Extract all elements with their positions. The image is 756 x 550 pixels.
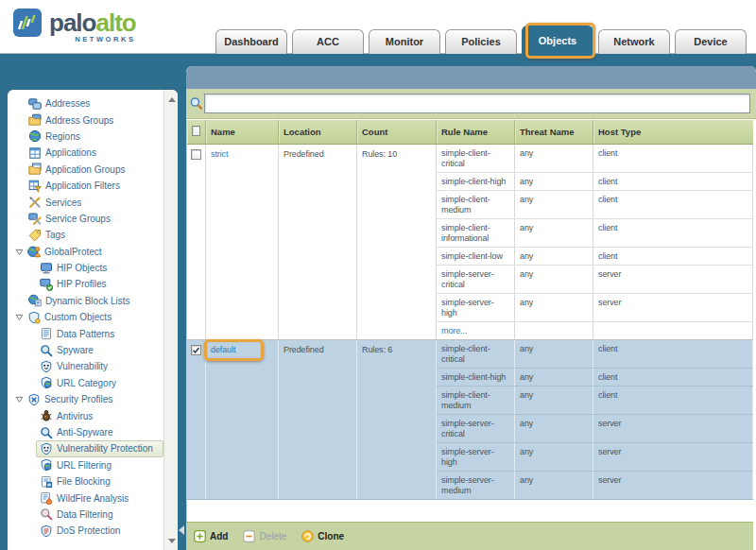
sidebar-item-application-groups[interactable]: Application Groups	[8, 162, 163, 178]
rule-row: simple-client-lowanyclient	[437, 248, 753, 266]
rule-name-cell: simple-server-critical	[437, 415, 515, 442]
sidebar-item-globalprotect[interactable]: GlobalProtect	[8, 244, 163, 260]
sidebar-item-dynamic-block-lists[interactable]: Dynamic Block Lists	[8, 293, 163, 309]
sidebar-collapse-arrow-icon[interactable]	[179, 525, 184, 535]
profile-name-link[interactable]: default	[211, 345, 235, 354]
sidebar-item-hip-profiles[interactable]: HIP Profiles	[8, 276, 163, 292]
application-groups-icon	[28, 163, 42, 176]
profile-name-link[interactable]: strict	[211, 149, 228, 159]
sidebar-item-vulnerability[interactable]: Vulnerability	[8, 358, 163, 374]
scroll-down-arrow-icon[interactable]	[164, 533, 178, 548]
delete-button[interactable]: Delete	[243, 530, 286, 542]
addresses-icon	[28, 97, 42, 111]
rule-row: simple-server-highanyserver	[437, 294, 753, 322]
sidebar-item-label: Tags	[45, 230, 65, 240]
scroll-up-arrow-icon[interactable]	[164, 92, 178, 107]
row-checkbox[interactable]	[191, 149, 201, 160]
table-header-row: Name Location Count Rule Name Threat Nam…	[187, 120, 753, 145]
hip-profiles-icon	[40, 278, 53, 291]
tab-device[interactable]: Device	[675, 29, 747, 54]
data-patterns-icon	[40, 327, 53, 340]
sidebar-item-security-profiles[interactable]: Security Profiles	[8, 391, 163, 407]
services-icon	[28, 196, 42, 209]
url-filtering-icon	[40, 458, 53, 472]
sidebar-item-hip-objects[interactable]: HIP Objects	[8, 260, 163, 276]
tab-network[interactable]: Network	[598, 29, 670, 54]
sidebar-item-file-blocking[interactable]: File Blocking	[8, 473, 163, 490]
sidebar-item-label: Dynamic Block Lists	[45, 296, 129, 306]
custom-objects-icon	[27, 311, 41, 324]
host-type-cell: client	[593, 340, 753, 368]
threat-name-cell: any	[515, 266, 593, 293]
host-type-cell: client	[593, 248, 753, 265]
sidebar-item-dos-protection[interactable]: DoS Protection	[8, 523, 163, 539]
globalprotect-icon	[27, 245, 41, 258]
column-header-rule-name[interactable]: Rule Name	[437, 120, 515, 144]
tab-policies[interactable]: Policies	[445, 29, 517, 54]
more-rules-link[interactable]: more...	[437, 322, 515, 339]
sidebar-item-applications[interactable]: Applications	[8, 145, 163, 161]
threat-name-cell: any	[515, 387, 593, 414]
select-all-checkbox[interactable]	[192, 126, 200, 136]
app-window: paloalto NETWORKS DashboardACCMonitorPol…	[0, 0, 756, 550]
host-type-cell: client	[593, 369, 753, 386]
expand-arrow-icon[interactable]	[15, 313, 24, 321]
sidebar-item-tags[interactable]: Tags	[8, 227, 163, 243]
sidebar-item-wildfire-analysis[interactable]: WildFire Analysis	[8, 490, 163, 506]
column-header-name[interactable]: Name	[206, 120, 279, 144]
rules-subtable: simple-client-criticalanyclientsimple-cl…	[437, 145, 753, 339]
row-checkbox-checked[interactable]	[191, 345, 201, 355]
sidebar-item-service-groups[interactable]: Service Groups	[8, 211, 163, 227]
rule-row: simple-server-highanyserver	[437, 443, 753, 472]
profiles-table: Name Location Count Rule Name Threat Nam…	[186, 120, 753, 522]
sidebar-item-spyware[interactable]: Spyware	[8, 342, 163, 358]
file-blocking-icon	[40, 475, 53, 489]
sidebar-scrollbar[interactable]	[163, 90, 178, 550]
sidebar-item-address-groups[interactable]: Address Groups	[8, 112, 163, 128]
host-type-cell: server	[593, 443, 753, 471]
sidebar-item-data-patterns[interactable]: Data Patterns	[8, 325, 163, 341]
tags-icon	[28, 229, 42, 242]
add-button[interactable]: Add	[194, 530, 228, 542]
sidebar-item-services[interactable]: Services	[8, 194, 163, 210]
sidebar-item-label: Services	[45, 198, 81, 208]
row-checkbox-cell	[187, 340, 206, 499]
search-icon	[189, 96, 204, 112]
tab-dashboard[interactable]: Dashboard	[215, 29, 287, 54]
sidebar-item-url-filtering[interactable]: URL Filtering	[8, 457, 163, 473]
sidebar-item-data-filtering[interactable]: Data Filtering	[8, 507, 163, 523]
sidebar-item-addresses[interactable]: Addresses	[8, 95, 163, 112]
expand-arrow-icon[interactable]	[15, 395, 24, 404]
rule-row: simple-client-informationalanyclient	[437, 219, 753, 248]
location-cell: Predefined	[279, 145, 357, 339]
expand-arrow-icon[interactable]	[15, 248, 24, 256]
column-header-location[interactable]: Location	[279, 120, 357, 144]
threat-name-cell: any	[515, 340, 593, 368]
clone-button[interactable]: Clone	[301, 530, 344, 542]
paloalto-logo-icon	[13, 9, 42, 41]
sidebar-item-custom-objects[interactable]: Custom Objects	[8, 309, 163, 325]
search-input[interactable]	[204, 94, 750, 113]
column-header-host-type[interactable]: Host Type	[593, 120, 753, 144]
column-header-count[interactable]: Count	[357, 120, 437, 144]
tab-monitor[interactable]: Monitor	[369, 29, 440, 54]
sidebar-item-application-filters[interactable]: Application Filters	[8, 178, 163, 194]
sidebar-item-url-category[interactable]: URL Category	[8, 375, 163, 391]
rule-name-cell: simple-client-critical	[437, 340, 515, 368]
tab-objects[interactable]: Objects	[522, 26, 593, 54]
rule-name-cell: simple-client-informational	[437, 219, 515, 247]
tab-label: Monitor	[386, 36, 423, 47]
column-header-threat-name[interactable]: Threat Name	[515, 120, 593, 144]
search-bar	[186, 89, 756, 119]
sidebar-item-label: Vulnerability	[57, 361, 108, 371]
tab-acc[interactable]: ACC	[292, 29, 364, 54]
sidebar-item-regions[interactable]: Regions	[8, 129, 163, 145]
antivirus-icon	[40, 409, 53, 422]
sidebar-item-antivirus[interactable]: Antivirus	[8, 407, 163, 423]
sidebar-item-vulnerability-protection[interactable]: Vulnerability Protection	[8, 440, 163, 456]
application-filters-icon	[28, 180, 42, 193]
clone-icon	[301, 530, 314, 542]
regions-icon	[28, 129, 42, 143]
sidebar-item-anti-spyware[interactable]: Anti-Spyware	[8, 424, 163, 440]
host-type-cell: client	[593, 387, 753, 414]
